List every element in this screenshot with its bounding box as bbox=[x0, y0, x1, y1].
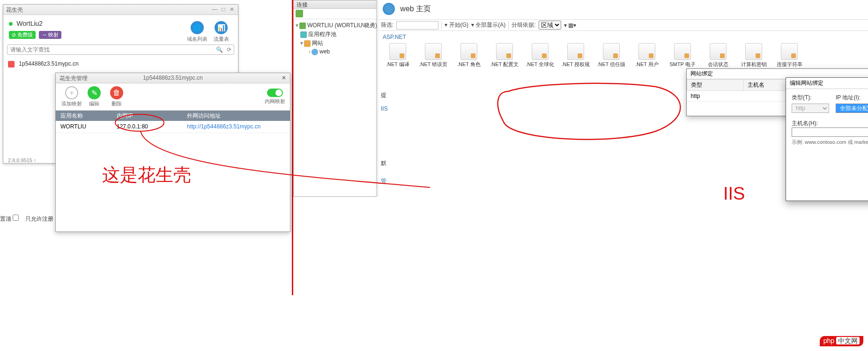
mgr-title-text: 花生壳管理 bbox=[59, 75, 88, 82]
extra-label-ti: 提 bbox=[381, 91, 386, 99]
feature-icon bbox=[567, 43, 584, 60]
feature-item[interactable]: 会话状态 bbox=[702, 41, 734, 68]
tree-sites[interactable]: 网站 bbox=[312, 40, 323, 46]
opt-pin-checkbox[interactable] bbox=[13, 215, 19, 221]
tree-server[interactable]: WORTLIU (WORTLIU\晓勇) bbox=[307, 22, 377, 29]
feature-item[interactable]: 连接字符串 bbox=[773, 41, 805, 68]
oray-manager-window: 花生壳管理 1p544886z3.51mypc.cn ✕ ＋添加映射 ✎编辑 🗑… bbox=[55, 73, 290, 232]
showall-button[interactable]: 全部显示(A) bbox=[475, 22, 505, 28]
start-button[interactable]: 开始(G) bbox=[449, 22, 468, 28]
bindings-title: 网站绑定 bbox=[690, 70, 713, 77]
feature-icon bbox=[674, 43, 691, 60]
tree-web[interactable]: web bbox=[319, 48, 330, 55]
oray-domain-row[interactable]: 1p544886z3.51mypc.cn bbox=[3, 57, 238, 71]
opt-reg-label: 只允许注册 bbox=[25, 216, 53, 222]
edit-binding-window: 编辑网站绑定 ? ✕ 类型(T): IP 地址(I): 端口(O): http … bbox=[786, 77, 868, 201]
feature-icon bbox=[781, 43, 798, 60]
editbind-titlebar[interactable]: 编辑网站绑定 ? ✕ bbox=[786, 78, 868, 89]
host-input[interactable] bbox=[792, 127, 868, 137]
feature-item[interactable]: 计算机密钥 bbox=[738, 41, 770, 68]
oray-username: WortLiu2 bbox=[16, 20, 43, 27]
col-type[interactable]: 类型 bbox=[687, 80, 744, 91]
feature-label: .NET 用户 bbox=[631, 61, 663, 68]
iis-feature-grid: .NET 编译.NET 错误页.NET 角色.NET 配置文.NET 全球化.N… bbox=[378, 41, 868, 68]
feature-item[interactable]: .NET 错误页 bbox=[417, 41, 449, 68]
chart-icon: 📊 bbox=[215, 21, 228, 34]
feature-item[interactable]: .NET 编译 bbox=[382, 41, 414, 68]
globe-icon bbox=[383, 3, 395, 15]
feature-item[interactable]: SMTP 电子 bbox=[667, 41, 698, 68]
oray-version: 2.8.0.9515 ↑ bbox=[8, 157, 37, 163]
type-label: 类型(T): bbox=[792, 94, 829, 102]
type-select[interactable]: http bbox=[792, 104, 829, 113]
intranet-toggle[interactable]: 内网映射 bbox=[265, 89, 285, 105]
server-icon bbox=[299, 22, 306, 29]
badge-map[interactable]: ↔ 映射 bbox=[39, 31, 61, 39]
site-icon bbox=[312, 49, 318, 55]
cell-appname: WORTLIU bbox=[56, 121, 112, 133]
search-input[interactable] bbox=[7, 45, 234, 55]
close-icon[interactable]: ✕ bbox=[282, 75, 286, 81]
iis-tree[interactable]: ▾WORTLIU (WORTLIU\晓勇) 应用程序池 ▾网站 ›web bbox=[294, 19, 376, 58]
annotation-right: IIS bbox=[723, 184, 745, 204]
feature-item[interactable]: .NET 授权规 bbox=[560, 41, 592, 68]
col-intranet-ip: 内网IP bbox=[112, 111, 182, 121]
feature-icon bbox=[603, 43, 620, 60]
mgr-table-header: 应用名称 内网IP 外网访问地址 bbox=[56, 111, 290, 121]
close-icon[interactable]: ✕ bbox=[230, 6, 234, 13]
watermark: php 中文网 bbox=[820, 336, 863, 346]
status-dot-icon bbox=[9, 22, 13, 26]
col-appname: 应用名称 bbox=[56, 111, 112, 121]
iis-page-header: web 主页 bbox=[378, 0, 868, 20]
feature-item[interactable]: .NET 配置文 bbox=[489, 41, 520, 68]
filter-input[interactable] bbox=[396, 21, 438, 30]
feature-item[interactable]: .NET 角色 bbox=[453, 41, 485, 68]
annotation-left: 这是花生壳 bbox=[102, 163, 191, 187]
edit-button[interactable]: ✎编辑 bbox=[83, 86, 105, 107]
badge-free[interactable]: ⊘ 免费级 bbox=[9, 31, 36, 39]
cell-ip: 127.0.0.1:80 bbox=[112, 121, 182, 133]
mgr-subtitle: 1p544886z3.51mypc.cn bbox=[143, 75, 202, 81]
add-mapping-button[interactable]: ＋添加映射 bbox=[60, 86, 83, 107]
manage-label: 管 bbox=[381, 177, 386, 185]
flow-button[interactable]: 📊 流量表 bbox=[210, 21, 232, 43]
delete-button[interactable]: 🗑删除 bbox=[105, 86, 128, 107]
groupby-select[interactable]: 区域 bbox=[539, 21, 561, 30]
feature-icon bbox=[638, 43, 655, 60]
table-row[interactable]: WORTLIU 127.0.0.1:80 http://1p544886z3.5… bbox=[56, 121, 290, 133]
feature-label: .NET 信任级 bbox=[595, 61, 627, 68]
page-title: web 主页 bbox=[400, 5, 431, 13]
tree-pools[interactable]: 应用程序池 bbox=[308, 31, 336, 37]
groupby-label: 分组依据: bbox=[512, 21, 535, 29]
connect-icon[interactable] bbox=[296, 10, 303, 17]
connections-toolbar[interactable] bbox=[294, 9, 376, 19]
feature-item[interactable]: .NET 全球化 bbox=[524, 41, 556, 68]
host-label: 主机名(H): bbox=[792, 119, 868, 127]
feature-label: .NET 角色 bbox=[453, 61, 485, 68]
feature-label: .NET 编译 bbox=[382, 61, 414, 68]
feature-icon bbox=[532, 43, 549, 60]
oray-domain-text: 1p544886z3.51mypc.cn bbox=[19, 60, 78, 67]
domain-list-button[interactable]: 🌐 域名列表 bbox=[186, 21, 208, 43]
iis-section-label: IIS bbox=[381, 105, 388, 112]
feature-label: 会话状态 bbox=[702, 61, 734, 68]
mgr-titlebar[interactable]: 花生壳管理 1p544886z3.51mypc.cn ✕ bbox=[56, 73, 290, 83]
domain-icon bbox=[8, 61, 15, 67]
iis-filter-bar: 筛选: ▾ 开始(G) ▾ 全部显示(A) 分组依据: 区域 ▾ ▦▾ bbox=[378, 20, 868, 31]
minimize-icon[interactable]: — bbox=[212, 6, 217, 13]
search-icon[interactable]: 🔍 bbox=[216, 46, 223, 53]
cell-type: http bbox=[687, 91, 744, 102]
connections-title: 连接 bbox=[294, 0, 376, 9]
refresh-icon[interactable]: ⟳ bbox=[227, 46, 231, 53]
oray-titlebar[interactable]: 花生壳 — □ ✕ bbox=[3, 5, 238, 15]
maximize-icon[interactable]: □ bbox=[222, 6, 225, 13]
feature-item[interactable]: .NET 信任级 bbox=[595, 41, 627, 68]
feature-item[interactable]: .NET 用户 bbox=[631, 41, 663, 68]
filter-label: 筛选: bbox=[381, 21, 393, 29]
feature-icon bbox=[425, 43, 442, 60]
cell-url[interactable]: http://1p544886z3.51mypc.cn bbox=[182, 121, 290, 133]
ip-select[interactable]: 全部未分配 bbox=[836, 104, 868, 113]
host-hint: 示例: www.contoso.com 或 marketing.contoso.… bbox=[792, 139, 868, 146]
iis-connections-panel: 连接 ▾WORTLIU (WORTLIU\晓勇) 应用程序池 ▾网站 ›web bbox=[293, 0, 377, 197]
feature-label: .NET 错误页 bbox=[417, 61, 449, 68]
